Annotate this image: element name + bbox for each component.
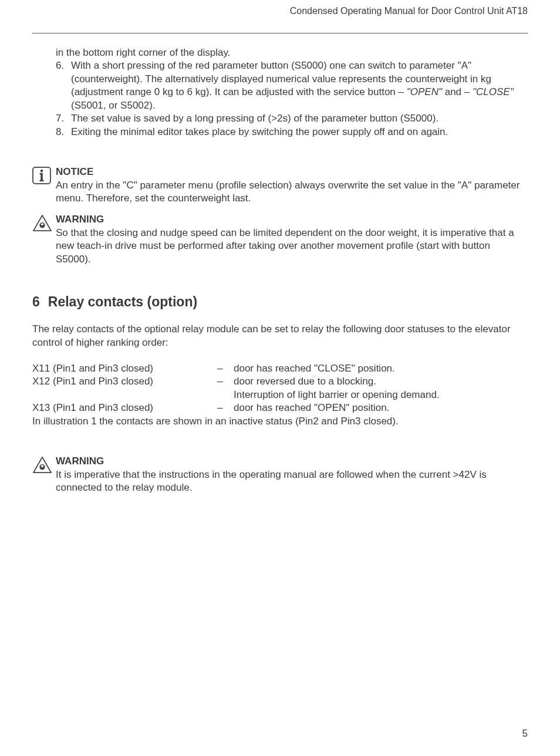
emphasis: "CLOSE" — [473, 86, 514, 97]
ordered-list: 6. With a short pressing of the red para… — [56, 59, 528, 139]
list-number: 8. — [56, 126, 71, 139]
table-row: Interruption of light barrier or opening… — [32, 389, 528, 401]
dash: – — [217, 362, 234, 375]
warning-body: It is imperative that the instructions i… — [56, 468, 528, 495]
header-divider — [32, 33, 528, 33]
dash: – — [217, 401, 234, 414]
table-row: X11 (Pin1 and Pin3 closed) – door has re… — [32, 362, 528, 375]
list-text: Exiting the minimal editor takes place b… — [71, 126, 528, 139]
list-text: With a short pressing of the red paramet… — [71, 59, 528, 112]
list-item: 8. Exiting the minimal editor takes plac… — [56, 126, 528, 139]
notice-title: NOTICE — [56, 166, 528, 178]
section-heading: 6 Relay contacts (option) — [32, 294, 528, 310]
section-title: Relay contacts (option) — [48, 294, 197, 310]
relay-status-text: Interruption of light barrier or opening… — [234, 389, 528, 401]
table-row: X13 (Pin1 and Pin3 closed) – door has re… — [32, 401, 528, 414]
page-number: 5 — [522, 728, 528, 740]
info-icon — [32, 167, 51, 184]
relay-pin-label: X12 (Pin1 and Pin3 closed) — [32, 375, 217, 388]
warning-title: WARNING — [56, 213, 528, 226]
text-fragment: (S5001, or S5002). — [71, 100, 156, 111]
callout-text: WARNING It is imperative that the instru… — [56, 455, 528, 494]
callout-text: WARNING So that the closing and nudge sp… — [56, 213, 528, 266]
section-number: 6 — [32, 294, 40, 310]
list-number: 7. — [56, 112, 71, 125]
header-title: Condensed Operating Manual for Door Cont… — [32, 6, 528, 16]
warning-callout: WARNING It is imperative that the instru… — [32, 455, 528, 494]
list-text: The set value is saved by a long pressin… — [71, 112, 528, 125]
emphasis: "OPEN" — [407, 86, 442, 97]
callout-text: NOTICE An entry in the "C" parameter men… — [56, 166, 528, 205]
relay-status-text: door reversed due to a blocking. — [234, 375, 528, 388]
info-glyph-icon — [36, 169, 47, 182]
warning-body: So that the closing and nudge speed can … — [56, 227, 528, 266]
warning-icon — [32, 214, 52, 232]
relay-pin-label: X13 (Pin1 and Pin3 closed) — [32, 401, 217, 414]
warning-icon — [32, 456, 52, 474]
page: Condensed Operating Manual for Door Cont… — [0, 0, 560, 756]
relay-note: In illustration 1 the contacts are shown… — [32, 415, 528, 428]
svg-rect-3 — [41, 225, 43, 228]
list-number: 6. — [56, 59, 71, 112]
relay-pin-label: X11 (Pin1 and Pin3 closed) — [32, 362, 217, 375]
warning-callout: WARNING So that the closing and nudge sp… — [32, 213, 528, 266]
section-intro: The relay contacts of the optional relay… — [32, 323, 528, 349]
icon-column — [32, 166, 56, 205]
relay-status-text: door has reached "CLOSE" position. — [234, 362, 528, 375]
svg-point-0 — [41, 170, 43, 173]
text-fragment: and – — [442, 86, 473, 97]
table-row: X12 (Pin1 and Pin3 closed) – door revers… — [32, 375, 528, 388]
notice-body: An entry in the "C" parameter menu (prof… — [56, 179, 528, 205]
relay-status-text: door has reached "OPEN" position. — [234, 401, 528, 414]
relay-table: X11 (Pin1 and Pin3 closed) – door has re… — [32, 362, 528, 415]
notice-callout: NOTICE An entry in the "C" parameter men… — [32, 166, 528, 205]
dash — [217, 389, 234, 401]
svg-rect-6 — [41, 467, 43, 470]
dash: – — [217, 375, 234, 388]
relay-pin-label — [32, 389, 217, 401]
warning-title: WARNING — [56, 455, 528, 468]
list-item: 6. With a short pressing of the red para… — [56, 59, 528, 112]
continued-paragraph: in the bottom right corner of the displa… — [56, 46, 528, 59]
icon-column — [32, 455, 56, 494]
icon-column — [32, 213, 56, 266]
list-item: 7. The set value is saved by a long pres… — [56, 112, 528, 125]
content-area: in the bottom right corner of the displa… — [32, 46, 528, 495]
